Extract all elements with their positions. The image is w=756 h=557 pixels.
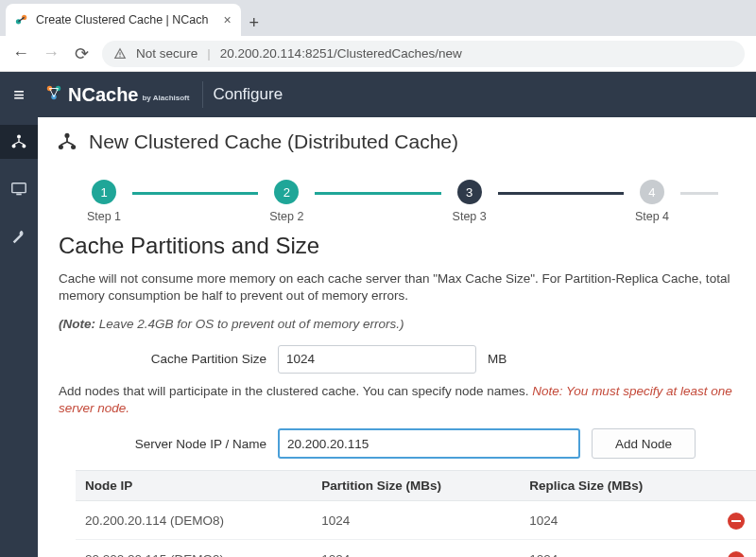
server-node-label: Server Node IP / Name bbox=[59, 437, 266, 451]
delete-node-button[interactable] bbox=[728, 513, 745, 530]
close-tab-icon[interactable]: × bbox=[224, 12, 232, 27]
section-heading: Cache Partitions and Size bbox=[59, 233, 735, 259]
delete-node-button[interactable] bbox=[728, 551, 745, 557]
step-4[interactable]: 4 Step 4 bbox=[624, 180, 680, 223]
step-3[interactable]: 3 Step 3 bbox=[441, 180, 498, 223]
nodes-table: Node IP Partition Size (MBs) Replica Siz… bbox=[76, 470, 756, 557]
col-header-rsize: Replica Size (MBs) bbox=[520, 471, 718, 501]
header-section: Configure bbox=[213, 85, 283, 104]
svg-point-13 bbox=[59, 145, 63, 149]
not-secure-icon bbox=[113, 47, 127, 61]
cell-rsize: 1024 bbox=[520, 540, 718, 557]
table-row: 20.200.20.114 (DEMO8) 1024 1024 bbox=[76, 501, 756, 540]
monitor-icon bbox=[10, 181, 27, 198]
svg-point-7 bbox=[17, 135, 21, 139]
sidebar-item-tools[interactable] bbox=[0, 219, 38, 253]
partition-size-unit: MB bbox=[488, 352, 507, 366]
minus-icon bbox=[731, 520, 741, 522]
app-logo[interactable]: NCache by Alachisoft bbox=[38, 84, 197, 106]
svg-point-12 bbox=[64, 133, 69, 138]
sidebar-item-local[interactable] bbox=[0, 172, 38, 206]
forward-button[interactable]: → bbox=[42, 44, 60, 63]
addr-separator: | bbox=[207, 46, 211, 61]
step-line-4 bbox=[680, 192, 718, 195]
browser-tab[interactable]: Create Clustered Cache | NCach × bbox=[6, 4, 241, 36]
add-node-button[interactable]: Add Node bbox=[592, 428, 696, 459]
address-bar[interactable]: Not secure | 20.200.20.114:8251/Clustere… bbox=[102, 41, 745, 67]
main-content: New Clustered Cache (Distributed Cache) … bbox=[38, 117, 756, 557]
reload-button[interactable]: ⟳ bbox=[72, 44, 91, 64]
step-line-3 bbox=[498, 192, 624, 195]
add-nodes-description: Add nodes that will participate in the c… bbox=[59, 383, 735, 417]
svg-point-14 bbox=[71, 145, 76, 149]
cell-rsize: 1024 bbox=[520, 501, 718, 540]
step-1[interactable]: 1 Step 1 bbox=[76, 180, 132, 223]
cell-ip: 20.200.20.114 (DEMO8) bbox=[76, 501, 312, 540]
ncache-logo-icon bbox=[45, 84, 62, 101]
app-header: ≡ NCache by Alachisoft Configure bbox=[0, 72, 756, 117]
menu-button[interactable]: ≡ bbox=[0, 84, 38, 106]
svg-point-8 bbox=[12, 145, 16, 148]
svg-rect-10 bbox=[12, 183, 26, 193]
cell-psize: 1024 bbox=[312, 540, 520, 557]
cell-ip: 20.200.20.115 (DEMO9) bbox=[76, 540, 312, 557]
favicon-icon bbox=[15, 13, 28, 26]
tab-title: Create Clustered Cache | NCach bbox=[36, 13, 209, 26]
server-node-input[interactable] bbox=[278, 428, 580, 459]
os-memory-note: (Note: Leave 2.4GB for OS to prevent out… bbox=[59, 316, 735, 333]
wizard-stepper: 1 Step 1 2 Step 2 3 Step 3 4 Step 4 bbox=[38, 161, 756, 227]
header-divider bbox=[202, 81, 203, 108]
cell-psize: 1024 bbox=[312, 501, 520, 540]
back-button[interactable]: ← bbox=[11, 44, 30, 63]
section-description: Cache will not consume more memory on ea… bbox=[59, 270, 735, 305]
logo-byline: by Alachisoft bbox=[142, 94, 189, 102]
url-text: 20.200.20.114:8251/ClusteredCaches/new bbox=[220, 46, 462, 61]
svg-rect-11 bbox=[16, 194, 21, 196]
step-2[interactable]: 2 Step 2 bbox=[258, 180, 315, 223]
sidebar bbox=[0, 117, 38, 557]
svg-rect-2 bbox=[119, 52, 120, 55]
browser-toolbar: ← → ⟳ Not secure | 20.200.20.114:8251/Cl… bbox=[0, 36, 756, 72]
page-title: New Clustered Cache (Distributed Cache) bbox=[89, 131, 458, 153]
step-line-1 bbox=[132, 192, 258, 195]
step-line-2 bbox=[315, 192, 440, 195]
svg-rect-3 bbox=[119, 56, 120, 57]
svg-point-9 bbox=[22, 145, 26, 148]
table-row: 20.200.20.115 (DEMO9) 1024 1024 bbox=[76, 540, 756, 557]
col-header-psize: Partition Size (MBs) bbox=[312, 471, 520, 501]
cluster-icon bbox=[10, 133, 27, 150]
logo-text: NCache bbox=[68, 84, 138, 106]
cluster-title-icon bbox=[57, 131, 77, 152]
partition-size-label: Cache Partition Size bbox=[59, 352, 266, 366]
col-header-ip: Node IP bbox=[76, 471, 312, 501]
not-secure-label: Not secure bbox=[136, 46, 198, 61]
sidebar-item-cluster[interactable] bbox=[0, 125, 38, 159]
wrench-icon bbox=[10, 228, 27, 245]
partition-size-input[interactable] bbox=[278, 345, 476, 374]
new-tab-button[interactable]: + bbox=[241, 9, 267, 36]
browser-tabstrip: Create Clustered Cache | NCach × + bbox=[0, 0, 756, 36]
